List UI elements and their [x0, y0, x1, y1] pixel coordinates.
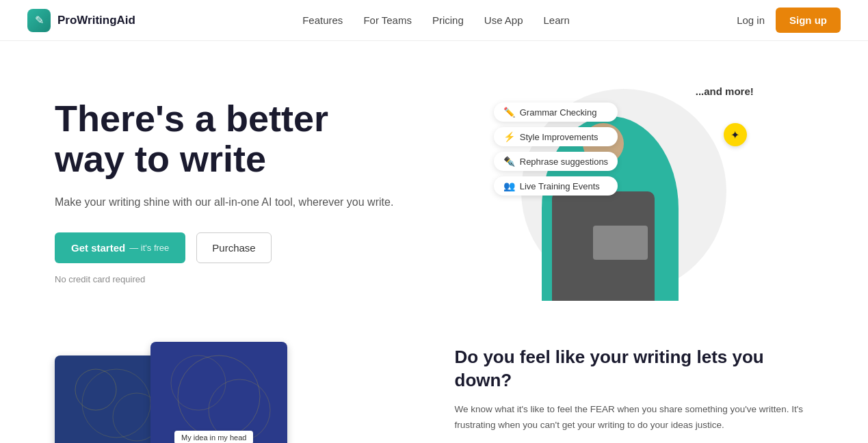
second-section-body: We know what it's like to feel the FEAR …: [455, 402, 814, 433]
second-section: My idea in my head Do you feel like your…: [0, 328, 868, 443]
nav-learn[interactable]: Learn: [544, 14, 570, 26]
logo-link[interactable]: ✎ ProWritingAid: [27, 9, 135, 32]
no-credit-text: No credit card required: [55, 274, 434, 284]
person-body: [552, 191, 655, 301]
starry-night-card-2: [150, 342, 287, 443]
hero-title: There's a better way to write: [55, 98, 434, 180]
hero-section: There's a better way to write Make your …: [0, 41, 868, 328]
hero-left: There's a better way to write Make your …: [55, 98, 434, 284]
hero-right: ...and more! ✦ ✏️ Grammar Checking ⚡ Sty…: [434, 75, 814, 308]
and-more-label: ...and more!: [696, 85, 754, 97]
nav-links: Features For Teams Pricing Use App Learn: [302, 14, 570, 27]
login-button[interactable]: Log in: [737, 14, 765, 26]
nav-use-app[interactable]: Use App: [484, 14, 523, 26]
grammar-icon: ✏️: [503, 107, 515, 118]
pill-rephrase: ✒️ Rephrase suggestions: [494, 152, 618, 171]
person-laptop: [593, 226, 648, 260]
nav-pricing[interactable]: Pricing: [432, 14, 464, 26]
purchase-button[interactable]: Purchase: [196, 232, 271, 263]
pill-style: ⚡ Style Improvements: [494, 127, 618, 146]
training-icon: 👥: [503, 180, 515, 191]
feature-pills: ✏️ Grammar Checking ⚡ Style Improvements…: [494, 103, 618, 196]
star-badge: ✦: [724, 123, 747, 146]
second-section-right: Do you feel like your writing lets you d…: [455, 346, 814, 433]
image-stack: My idea in my head: [55, 328, 414, 443]
main-nav: ✎ ProWritingAid Features For Teams Prici…: [0, 0, 868, 41]
signup-button[interactable]: Sign up: [776, 8, 841, 33]
hero-cta: Get started — it's free Purchase: [55, 232, 434, 263]
get-started-button[interactable]: Get started — it's free: [55, 232, 185, 263]
nav-for-teams[interactable]: For Teams: [363, 14, 412, 26]
pill-grammar: ✏️ Grammar Checking: [494, 103, 618, 122]
logo-icon: ✎: [27, 9, 51, 32]
idea-bubble: My idea in my head: [174, 431, 253, 443]
nav-features[interactable]: Features: [302, 14, 343, 26]
second-section-title: Do you feel like your writing lets you d…: [455, 346, 814, 392]
logo-text: ProWritingAid: [57, 14, 135, 27]
pill-training: 👥 Live Training Events: [494, 176, 618, 196]
style-icon: ⚡: [503, 131, 515, 142]
rephrase-icon: ✒️: [503, 156, 515, 167]
hero-illustration: ...and more! ✦ ✏️ Grammar Checking ⚡ Sty…: [494, 82, 754, 301]
hero-subtitle: Make your writing shine with our all-in-…: [55, 193, 434, 211]
nav-actions: Log in Sign up: [737, 8, 841, 33]
